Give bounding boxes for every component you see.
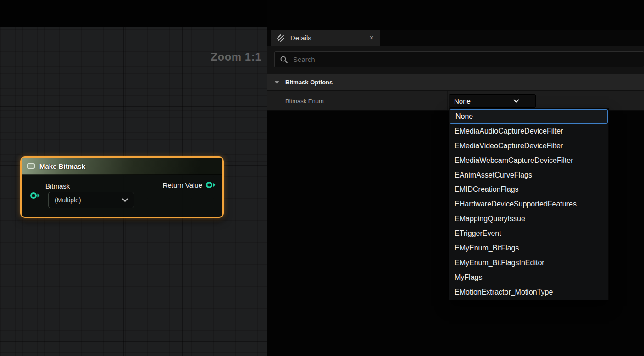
search-input[interactable] xyxy=(293,56,638,63)
menu-item[interactable]: EMediaWebcamCaptureDeviceFilter xyxy=(449,153,608,168)
details-icon xyxy=(277,33,285,42)
zoom-indicator: Zoom 1:1 xyxy=(211,50,261,63)
menu-item[interactable]: EMediaAudioCaptureDeviceFilter xyxy=(449,124,608,139)
unreal-editor: Zoom 1:1 Make Bitmask Bitmask (Multiple) xyxy=(0,0,644,356)
tab-well: Details × xyxy=(267,30,644,46)
search-box[interactable] xyxy=(274,51,644,67)
close-icon[interactable]: × xyxy=(369,34,374,42)
bitmask-value-dropdown[interactable]: (Multiple) xyxy=(48,192,134,208)
node-title: Make Bitmask xyxy=(39,162,85,170)
menu-item[interactable]: ETriggerEvent xyxy=(449,226,608,241)
menu-item[interactable]: EMappingQueryIssue xyxy=(449,211,608,226)
bitmask-input-pin[interactable] xyxy=(30,191,40,200)
bitmask-enum-value: None xyxy=(454,97,471,105)
blueprint-graph-canvas[interactable]: Zoom 1:1 Make Bitmask Bitmask (Multiple) xyxy=(0,27,267,356)
bitmask-enum-dropdown[interactable]: None xyxy=(449,94,536,108)
menu-item[interactable]: EHardwareDeviceSupportedFeatures xyxy=(449,197,608,211)
search-icon xyxy=(280,56,288,64)
menu-item[interactable]: None xyxy=(450,109,608,124)
category-label: Bitmask Options xyxy=(285,79,333,86)
menu-item[interactable]: EMotionExtractor_MotionType xyxy=(449,285,608,300)
menu-item[interactable]: EMyEnum_BitFlagsInEditor xyxy=(449,256,608,270)
tab-details[interactable]: Details × xyxy=(271,30,380,46)
make-bitmask-node[interactable]: Make Bitmask Bitmask (Multiple) Return xyxy=(20,156,224,218)
node-header[interactable]: Make Bitmask xyxy=(22,158,222,175)
chevron-down-icon xyxy=(513,99,519,103)
bitmask-value-text: (Multiple) xyxy=(55,196,81,204)
bitmask-pin-label: Bitmask xyxy=(45,182,70,190)
bitmask-enum-menu: None EMediaAudioCaptureDeviceFilter EMed… xyxy=(449,108,609,300)
details-panel: Details × Bitmask Options xyxy=(267,0,644,356)
chevron-down-icon xyxy=(122,198,128,202)
menu-item[interactable]: EMyEnum_BitFlags xyxy=(449,241,608,256)
menu-item[interactable]: EAnimAssetCurveFlags xyxy=(449,168,608,183)
bitmask-enum-row: Bitmask Enum None xyxy=(267,91,644,111)
tab-title: Details xyxy=(290,34,311,42)
column-divider xyxy=(447,91,448,110)
make-struct-icon xyxy=(27,163,35,169)
return-value-output-pin[interactable] xyxy=(205,181,216,189)
menu-item[interactable]: EMediaVideoCaptureDeviceFilter xyxy=(449,139,608,153)
return-value-label: Return Value xyxy=(163,181,202,189)
category-caret-icon xyxy=(274,81,279,84)
search-underline-highlight xyxy=(498,67,644,67)
property-label: Bitmask Enum xyxy=(285,97,324,104)
category-bitmask-options[interactable]: Bitmask Options xyxy=(267,74,644,91)
menu-item[interactable]: MyFlags xyxy=(449,270,608,285)
search-row xyxy=(267,46,644,74)
menu-item[interactable]: EMIDCreationFlags xyxy=(449,182,608,197)
